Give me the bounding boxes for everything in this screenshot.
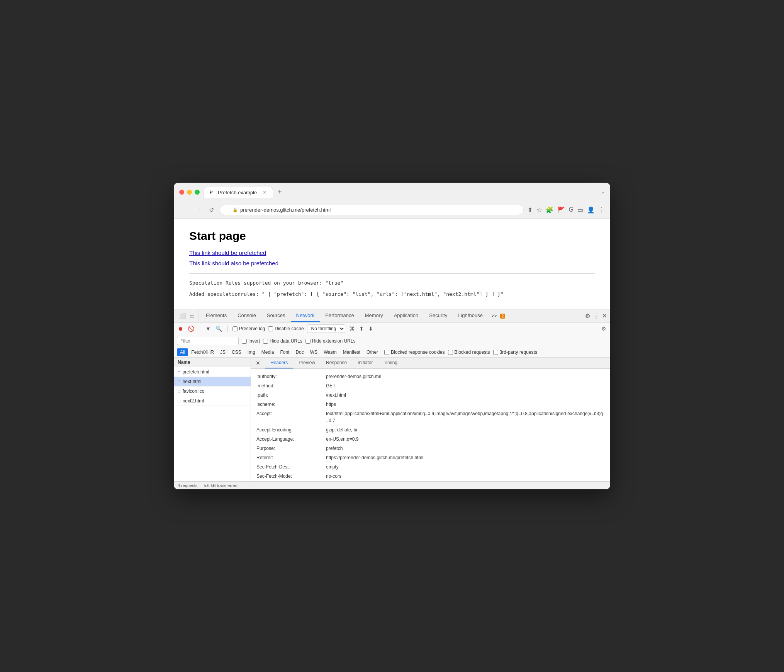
headers-close-button[interactable]: ✕ xyxy=(254,358,263,368)
hide-ext-urls-checkbox[interactable]: Hide extension URLs xyxy=(305,338,356,344)
new-tab-button[interactable]: + xyxy=(275,187,285,198)
tab-close-button[interactable]: ✕ xyxy=(262,190,267,195)
bookmark-icon[interactable]: ☆ xyxy=(536,206,542,214)
network-toolbar: ⏺ 🚫 ▼ 🔍 Preserve log Disable cache No th… xyxy=(174,322,610,335)
tab-response[interactable]: Response xyxy=(321,358,352,368)
type-filter-fetch-xhr[interactable]: Fetch/XHR xyxy=(188,348,217,356)
record-icon[interactable]: ⏺ xyxy=(177,325,184,333)
type-filter-img[interactable]: Img xyxy=(244,348,258,356)
tab-network[interactable]: Network xyxy=(291,309,320,322)
tab-security[interactable]: Security xyxy=(424,309,453,322)
more-tabs-button[interactable]: >> 2 xyxy=(488,310,508,322)
maximize-button[interactable] xyxy=(195,190,200,195)
prefetch-link-2[interactable]: This link should also be prefetched xyxy=(189,260,595,266)
search-icon[interactable]: 🔍 xyxy=(215,325,223,333)
disable-cache-checkbox[interactable]: Disable cache xyxy=(268,326,304,331)
speculation-rules-line2: Added speculationrules: " { "prefetch": … xyxy=(189,290,595,299)
tab-initiator[interactable]: Initiator xyxy=(352,358,378,368)
address-input[interactable]: 🔒 prerender-demos.glitch.me/prefetch.htm… xyxy=(220,205,524,215)
type-filter-doc[interactable]: Doc xyxy=(292,348,307,356)
download-icon[interactable]: ⬇ xyxy=(368,325,374,333)
tab-application[interactable]: Application xyxy=(389,309,424,322)
profile-icon[interactable]: 👤 xyxy=(587,206,595,214)
tab-lighthouse[interactable]: Lighthouse xyxy=(453,309,488,322)
request-count: 4 requests xyxy=(178,483,197,488)
filter-input[interactable] xyxy=(177,337,239,345)
devtools-more-icon[interactable]: ⋮ xyxy=(593,312,599,319)
upload-icon[interactable]: ⬆ xyxy=(358,325,365,333)
hide-data-urls-input[interactable] xyxy=(263,339,268,344)
filename: next.html xyxy=(183,379,202,384)
inspect-icon[interactable]: ⬜ xyxy=(179,313,186,319)
refresh-button[interactable]: ↺ xyxy=(207,205,216,214)
type-filter-all[interactable]: All xyxy=(177,348,188,356)
type-filter-font[interactable]: Font xyxy=(277,348,292,356)
blocked-requests-input[interactable] xyxy=(448,350,453,355)
clear-icon[interactable]: 🚫 xyxy=(187,325,195,333)
tab-sources[interactable]: Sources xyxy=(261,309,291,322)
tab-elements[interactable]: Elements xyxy=(200,309,232,322)
type-filter-ws[interactable]: WS xyxy=(307,348,321,356)
device-icon[interactable]: ▭ xyxy=(190,313,195,319)
type-filter-other[interactable]: Other xyxy=(363,348,381,356)
wifi-icon[interactable]: ⌘ xyxy=(348,325,355,333)
tab-memory[interactable]: Memory xyxy=(360,309,389,322)
data-transferred: 5.6 kB transferred xyxy=(204,483,237,488)
cast-icon[interactable]: ▭ xyxy=(577,206,583,214)
flag-icon[interactable]: 🚩 xyxy=(557,206,565,214)
list-item-next-html[interactable]: □ next.html xyxy=(174,377,251,387)
type-filter-wasm[interactable]: Wasm xyxy=(321,348,340,356)
tab-console[interactable]: Console xyxy=(232,309,261,322)
header-row-purpose: Purpose: prefetch xyxy=(256,444,605,453)
filename: next2.html xyxy=(183,398,204,404)
list-item-prefetch-html[interactable]: ≡ prefetch.html xyxy=(174,367,251,377)
forward-button[interactable]: → xyxy=(193,205,203,214)
list-item-next2-html[interactable]: □ next2.html xyxy=(174,396,251,406)
hide-ext-urls-input[interactable] xyxy=(305,339,311,344)
window-menu-icon[interactable]: ⌄ xyxy=(601,189,605,195)
type-filter-css[interactable]: CSS xyxy=(229,348,244,356)
doc-icon: ≡ xyxy=(178,370,180,374)
third-party-requests-checkbox[interactable]: 3rd-party requests xyxy=(493,350,537,355)
more-menu-icon[interactable]: ⋮ xyxy=(599,206,605,214)
prefetch-link-1[interactable]: This link should be prefetched xyxy=(189,249,595,256)
tab-bar: 🏳 Prefetch example ✕ + ⌄ xyxy=(204,187,605,198)
title-bar: 🏳 Prefetch example ✕ + ⌄ xyxy=(174,183,610,202)
tab-headers[interactable]: Headers xyxy=(265,358,293,368)
invert-checkbox[interactable]: Invert xyxy=(242,338,260,344)
preserve-log-input[interactable] xyxy=(232,326,238,331)
extensions-icon[interactable]: 🧩 xyxy=(546,206,553,214)
blocked-response-cookies-checkbox[interactable]: Blocked response cookies xyxy=(384,350,445,355)
tab-timing[interactable]: Timing xyxy=(378,358,403,368)
network-status-bar: 4 requests 5.6 kB transferred xyxy=(174,481,610,489)
throttle-select[interactable]: No throttling xyxy=(307,324,345,333)
back-button[interactable]: ← xyxy=(179,205,189,214)
tab-preview[interactable]: Preview xyxy=(293,358,321,368)
share-icon[interactable]: ⬆ xyxy=(528,206,533,214)
invert-input[interactable] xyxy=(242,339,247,344)
active-tab[interactable]: 🏳 Prefetch example ✕ xyxy=(204,187,273,198)
preserve-log-checkbox[interactable]: Preserve log xyxy=(232,326,265,331)
filter-icon[interactable]: ▼ xyxy=(205,325,212,333)
toolbar-separator-2 xyxy=(227,326,228,332)
third-party-input[interactable] xyxy=(493,350,498,355)
minimize-button[interactable] xyxy=(187,190,192,195)
type-filter-manifest[interactable]: Manifest xyxy=(340,348,363,356)
hide-data-urls-checkbox[interactable]: Hide data URLs xyxy=(263,338,302,344)
disable-cache-input[interactable] xyxy=(268,326,273,331)
img-icon: □ xyxy=(178,379,180,384)
google-icon[interactable]: G xyxy=(569,206,574,213)
type-filter-media[interactable]: Media xyxy=(258,348,277,356)
list-item-favicon[interactable]: □ favicon.ico xyxy=(174,387,251,396)
tab-performance[interactable]: Performance xyxy=(320,309,359,322)
close-button[interactable] xyxy=(179,190,184,195)
devtools-close-icon[interactable]: ✕ xyxy=(602,312,607,319)
network-settings-icon[interactable]: ⚙ xyxy=(601,325,607,333)
type-filter-js[interactable]: JS xyxy=(217,348,229,356)
tab-title: Prefetch example xyxy=(218,190,259,195)
header-row-accept-encoding: Accept-Encoding: gzip, deflate, br xyxy=(256,425,605,434)
lock-icon: 🔒 xyxy=(232,207,238,212)
devtools-settings-icon[interactable]: ⚙ xyxy=(585,312,590,319)
blocked-requests-checkbox[interactable]: Blocked requests xyxy=(448,350,490,355)
blocked-cookies-input[interactable] xyxy=(384,350,389,355)
